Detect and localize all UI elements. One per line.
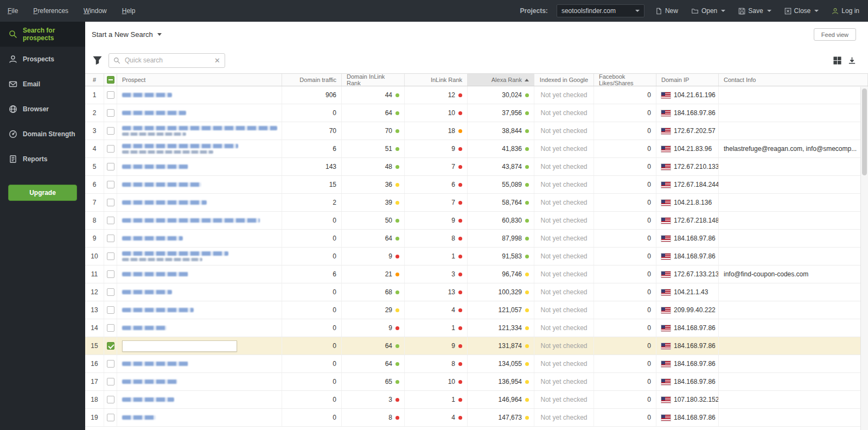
redacted-prospect-link[interactable] (122, 251, 228, 256)
column-header-domain-traffic[interactable]: Domain traffic (282, 74, 342, 86)
redacted-prospect-link[interactable] (122, 165, 188, 169)
redacted-prospect-link[interactable] (122, 308, 194, 312)
column-header-index[interactable]: # (85, 74, 104, 86)
row-checkbox[interactable] (107, 235, 114, 242)
row-checkbox[interactable] (107, 127, 114, 135)
redacted-prospect-link[interactable] (122, 290, 172, 294)
row-checkbox[interactable] (107, 396, 114, 403)
table-row[interactable]: 7 2 39 7 58,764 Not yet checked 0 104.21… (85, 194, 868, 212)
redacted-prospect-link[interactable] (122, 362, 188, 366)
prospect-edit-box[interactable] (122, 340, 237, 352)
quick-search-input[interactable] (124, 56, 211, 65)
start-new-search-dropdown[interactable]: Start a New Search (92, 30, 162, 39)
menu-preferences[interactable]: Preferences (33, 7, 68, 15)
table-row[interactable]: 14 0 9 1 121,334 Not yet checked 0 184.1… (85, 319, 868, 337)
redacted-prospect-link[interactable] (122, 182, 201, 187)
row-checkbox[interactable] (107, 378, 114, 385)
column-header-alexa-rank[interactable]: Alexa Rank (468, 74, 534, 86)
cell-prospect[interactable] (117, 265, 282, 283)
table-row[interactable]: 5 143 48 7 43,874 Not yet checked 0 172.… (85, 158, 868, 176)
column-header-prospect[interactable]: Prospect (117, 74, 282, 86)
cell-prospect[interactable] (117, 86, 282, 104)
column-header-indexed-in-google[interactable]: Indexed in Google (534, 74, 594, 86)
redacted-prospect-link[interactable] (122, 415, 156, 420)
redacted-prospect-link[interactable] (122, 236, 183, 241)
table-row[interactable]: 8 0 50 9 60,830 Not yet checked 0 172.67… (85, 212, 868, 230)
cell-prospect[interactable] (117, 337, 282, 355)
row-checkbox[interactable] (107, 342, 114, 350)
vertical-scrollbar[interactable] (860, 87, 868, 430)
row-checkbox[interactable] (107, 360, 114, 368)
sidebar-item-reports[interactable]: Reports (0, 147, 85, 172)
log-in-button[interactable]: Log in (829, 7, 861, 15)
row-checkbox[interactable] (107, 199, 114, 206)
row-checkbox[interactable] (107, 217, 114, 224)
cell-prospect[interactable] (117, 319, 282, 337)
row-checkbox[interactable] (107, 270, 114, 278)
save-project-button[interactable]: Save (736, 7, 773, 15)
table-row[interactable]: 19 0 8 4 147,673 Not yet checked 0 184.1… (85, 409, 868, 427)
redacted-prospect-link[interactable] (122, 272, 188, 276)
new-project-button[interactable]: New (653, 7, 680, 15)
redacted-prospect-link[interactable] (122, 200, 207, 205)
row-checkbox[interactable] (107, 109, 114, 117)
column-header-contact-info[interactable]: Contact Info (719, 74, 868, 86)
row-checkbox[interactable] (107, 306, 114, 314)
sidebar-item-search-for-prospects[interactable]: Search for prospects (0, 22, 85, 47)
grid-view-icon[interactable] (833, 56, 841, 65)
sidebar-item-prospects[interactable]: Prospects (0, 47, 85, 72)
project-dropdown[interactable]: seotoolsfinder.com (557, 4, 644, 17)
cell-prospect[interactable] (117, 355, 282, 372)
table-row[interactable]: 16 0 64 8 134,055 Not yet checked 0 184.… (85, 355, 868, 373)
redacted-prospect-link[interactable] (122, 93, 172, 97)
redacted-prospect-link[interactable] (122, 126, 277, 130)
redacted-prospect-link[interactable] (122, 218, 260, 223)
clear-search-icon[interactable]: ✕ (214, 57, 220, 64)
table-row[interactable]: 3 70 70 18 38,844 Not yet checked 0 172.… (85, 122, 868, 140)
table-row[interactable]: 1 906 44 12 30,024 Not yet checked 0 104… (85, 86, 868, 104)
menu-window[interactable]: Window (84, 7, 107, 15)
row-checkbox[interactable] (107, 145, 114, 153)
cell-prospect[interactable] (117, 391, 282, 408)
table-row[interactable]: 12 0 68 13 100,329 Not yet checked 0 104… (85, 283, 868, 301)
scrollbar-thumb[interactable] (862, 88, 867, 175)
redacted-prospect-link[interactable] (122, 326, 167, 330)
table-row[interactable]: 11 6 21 3 96,746 Not yet checked 0 172.6… (85, 265, 868, 283)
cell-prospect[interactable] (117, 158, 282, 175)
column-header-domain-inlink-rank[interactable]: Domain InLink Rank (342, 74, 405, 86)
table-row[interactable]: 15 0 64 9 131,874 Not yet checked 0 184.… (85, 337, 868, 355)
open-project-button[interactable]: Open (689, 7, 727, 15)
cell-prospect[interactable] (117, 248, 282, 265)
cell-prospect[interactable] (117, 283, 282, 301)
column-header-facebook-likes-shares[interactable]: Facebook Likes/Shares (594, 74, 656, 86)
cell-prospect[interactable] (117, 104, 282, 122)
column-header-inlink-rank[interactable]: InLink Rank (405, 74, 468, 86)
table-row[interactable]: 18 0 3 1 146,964 Not yet checked 0 107.1… (85, 391, 868, 409)
table-row[interactable]: 2 0 64 10 37,956 Not yet checked 0 184.1… (85, 104, 868, 122)
row-checkbox[interactable] (107, 181, 114, 188)
redacted-prospect-link[interactable] (122, 380, 177, 384)
table-row[interactable]: 6 15 36 6 55,089 Not yet checked 0 172.6… (85, 176, 868, 194)
cell-prospect[interactable] (117, 140, 282, 157)
redacted-prospect-link[interactable] (122, 144, 238, 148)
feed-view-button[interactable]: Feed view (814, 28, 856, 41)
column-header-domain-ip[interactable]: Domain IP (656, 74, 719, 86)
sidebar-item-browser[interactable]: Browser (0, 97, 85, 122)
row-checkbox[interactable] (107, 324, 114, 332)
table-row[interactable]: 10 0 9 1 91,583 Not yet checked 0 184.16… (85, 248, 868, 265)
row-checkbox[interactable] (107, 163, 114, 170)
cell-prospect[interactable] (117, 301, 282, 319)
redacted-prospect-link[interactable] (122, 111, 186, 115)
cell-prospect[interactable] (117, 230, 282, 247)
row-checkbox[interactable] (107, 288, 114, 296)
cell-prospect[interactable] (117, 373, 282, 390)
cell-prospect[interactable] (117, 122, 282, 140)
row-checkbox[interactable] (107, 252, 114, 260)
cell-prospect[interactable] (117, 176, 282, 193)
download-export-icon[interactable] (848, 56, 856, 65)
table-row[interactable]: 4 6 51 9 41,836 Not yet checked 0 104.21… (85, 140, 868, 158)
cell-prospect[interactable] (117, 194, 282, 211)
filter-icon[interactable] (93, 56, 102, 65)
close-project-button[interactable]: Close (782, 7, 821, 15)
menu-file[interactable]: File (8, 7, 18, 15)
